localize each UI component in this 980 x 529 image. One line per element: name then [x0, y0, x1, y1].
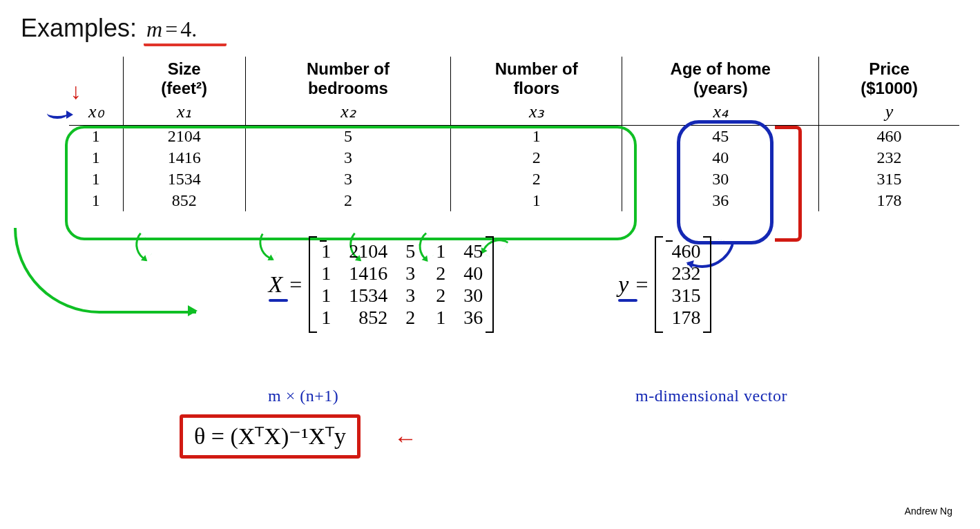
author-credit: Andrew Ng: [905, 506, 952, 517]
matrix-x-block: X = 121045145 114163240 115343230 185221…: [269, 236, 494, 333]
cell: 2104: [123, 126, 245, 148]
col-header: Age of home (years): [622, 57, 819, 99]
normal-equation-formula: θ = (XᵀX)⁻¹Xᵀy: [194, 422, 346, 450]
col-header: Number of bedrooms: [245, 57, 450, 99]
cell: 178: [819, 190, 959, 211]
vector-row: 232: [666, 262, 700, 285]
page-title: Examples:: [21, 14, 137, 43]
matrix-row: 18522136: [320, 307, 483, 329]
matrix-row: 115343230: [320, 285, 483, 307]
cell: 1416: [123, 147, 245, 169]
table-header-row: Size (feet²) Number of bedrooms Number o…: [69, 57, 959, 99]
col-header: Price ($1000): [819, 57, 959, 99]
col-header: Size (feet²): [123, 57, 245, 99]
cell: 3: [245, 169, 450, 190]
data-table-wrap: ↓ Size (feet²) Number of bedrooms Number…: [69, 57, 959, 211]
blue-underline: [269, 299, 288, 302]
table-row: 1 1416 3 2 40 232: [69, 147, 959, 169]
table-row: 1 2104 5 1 45 460: [69, 126, 959, 148]
red-underline: [144, 39, 227, 46]
equals-sign: =: [289, 272, 302, 298]
cell: 5: [245, 126, 450, 148]
blue-underline: [618, 299, 637, 302]
vector-row: 178: [666, 307, 700, 329]
normal-equation-box: θ = (XᵀX)⁻¹Xᵀy: [180, 414, 361, 459]
left-arrow-icon: ←: [394, 425, 417, 452]
vector-y-block: y = 460 232 315 178: [618, 236, 711, 333]
table-row: 1 1534 3 2 30 315: [69, 169, 959, 190]
cell: 2: [245, 190, 450, 211]
table-row: 1 852 2 1 36 178: [69, 190, 959, 211]
matrix-x-label: X: [269, 271, 283, 298]
matrix-row: 121045145: [320, 240, 483, 262]
annotation-m-dimensional: m-dimensional vector: [635, 387, 787, 405]
cell: 1534: [123, 169, 245, 190]
cell: 2: [451, 169, 622, 190]
cell: 3: [245, 147, 450, 169]
var-name: x₁: [123, 99, 245, 126]
cell: 1: [451, 126, 622, 148]
cell: 460: [819, 126, 959, 148]
var-name: y: [819, 99, 959, 126]
m-equation: m=4.: [146, 17, 197, 42]
cell: 232: [819, 147, 959, 169]
vector-y-label: y: [618, 271, 628, 298]
variable-names-row: x₀ x₁ x₂ x₃ x₄ y: [69, 99, 959, 126]
curve-arrow-icon: [47, 104, 72, 117]
col-header: Number of floors: [451, 57, 622, 99]
var-name: x₂: [245, 99, 450, 126]
vector-row: 315: [666, 285, 700, 307]
title-row: Examples: m=4.: [21, 14, 959, 43]
cell: 2: [451, 147, 622, 169]
cell: 852: [123, 190, 245, 211]
equals-sign: =: [635, 272, 648, 298]
blue-oval-annotation: [677, 120, 774, 244]
cell: 1: [69, 169, 123, 190]
red-bracket-annotation: [775, 126, 802, 242]
var-name: x₃: [451, 99, 622, 126]
cell: 315: [819, 169, 959, 190]
down-arrow-icon: ↓: [70, 79, 81, 104]
cell: 1: [69, 147, 123, 169]
housing-table: Size (feet²) Number of bedrooms Number o…: [69, 57, 959, 211]
matrix-row: 114163240: [320, 262, 483, 285]
annotation-mxn: m × (n+1): [268, 387, 338, 405]
cell: 1: [69, 126, 123, 148]
vector-row: 460: [666, 240, 700, 262]
vector-y: 460 232 315 178: [655, 236, 711, 333]
matrix-x: 121045145 114163240 115343230 18522136: [309, 236, 494, 333]
cell: 1: [69, 190, 123, 211]
cell: 1: [451, 190, 622, 211]
